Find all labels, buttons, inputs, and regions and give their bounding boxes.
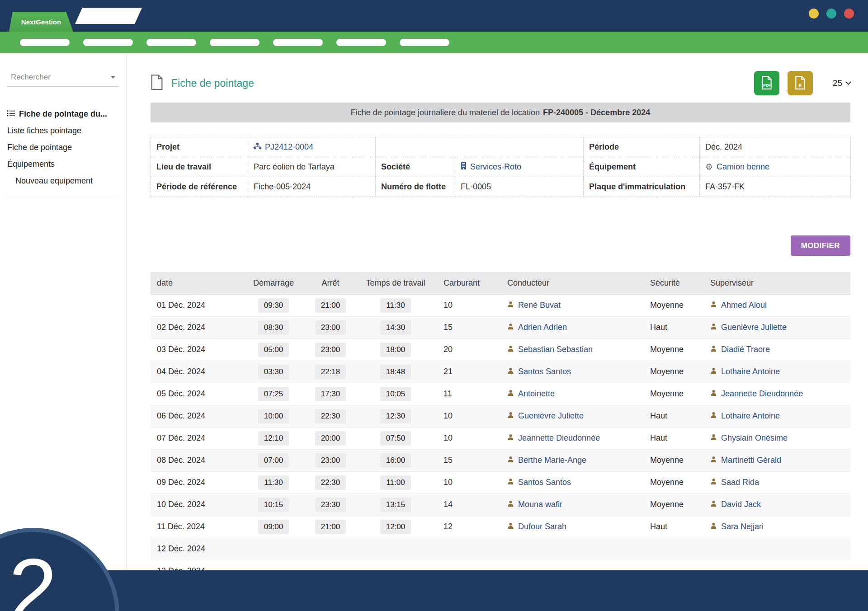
- projet-cell: PJ2412-0004: [248, 137, 376, 157]
- window-maximize-button[interactable]: [826, 9, 836, 19]
- cell-date: 03 Déc. 2024: [151, 338, 240, 361]
- nav-item-redacted[interactable]: [146, 39, 196, 46]
- sidebar-item[interactable]: Fiche de pointage du...: [0, 106, 126, 122]
- sidebar-item-label: Liste fiches pointage: [7, 126, 81, 136]
- superviseur-link[interactable]: Jeannette Dieudonnée: [721, 389, 803, 399]
- page-title: Fiche de pointage: [171, 77, 254, 89]
- column-header-securite: Sécurité: [644, 272, 704, 294]
- conducteur-link[interactable]: Jeannette Dieudonnée: [518, 433, 600, 443]
- window-minimize-button[interactable]: [809, 9, 819, 19]
- nav-item-redacted[interactable]: [400, 39, 449, 46]
- cell-securite: Moyenne: [644, 338, 704, 361]
- plaque-label: Plaque d'immatriculation: [584, 177, 700, 197]
- equipement-link[interactable]: ⚙︎ Camion benne: [705, 162, 769, 172]
- cell-securite: Haut: [644, 516, 704, 538]
- periode-value: Déc. 2024: [700, 137, 851, 157]
- cell-date: 10 Déc. 2024: [151, 494, 240, 516]
- conducteur-link[interactable]: René Buvat: [518, 301, 561, 310]
- time-badge: 23:00: [315, 320, 346, 335]
- browser-tab[interactable]: [75, 8, 142, 24]
- cell-conducteur: Jeannette Dieudonnée: [501, 427, 644, 449]
- nav-item-redacted[interactable]: [273, 39, 323, 46]
- sheet-info-table: Projet PJ2412-0004 Période Déc. 2024 Lie…: [151, 137, 851, 197]
- conducteur-link[interactable]: Dufour Sarah: [518, 522, 566, 531]
- superviseur-link[interactable]: David Jack: [721, 500, 761, 509]
- table-row: 03 Déc. 202405:0023:0018:0020Sebastian S…: [151, 338, 850, 361]
- conducteur-link[interactable]: Berthe Marie-Ange: [518, 456, 586, 465]
- time-badge: 23:00: [315, 453, 346, 468]
- superviseur-link[interactable]: Sara Nejjari: [721, 522, 764, 531]
- cell-superviseur: Saad Rida: [704, 471, 850, 494]
- list-icon: [7, 109, 15, 119]
- conducteur-link[interactable]: Santos Santos: [518, 367, 571, 376]
- search-caret-icon: [111, 76, 115, 79]
- conducteur-link[interactable]: Antoinette: [518, 389, 555, 399]
- cell-superviseur: Lothaire Antoine: [704, 405, 850, 427]
- cell-arret: 20:00: [307, 427, 354, 449]
- search-placeholder: Rechercher: [11, 73, 51, 82]
- time-badge: 11:30: [380, 298, 410, 313]
- sidebar-item[interactable]: Équipements: [0, 156, 126, 173]
- table-row: 07 Déc. 202412:1020:0007:5010Jeannette D…: [151, 427, 850, 449]
- cell-temps: [354, 538, 437, 560]
- time-badge: 10:00: [258, 409, 289, 423]
- conducteur-link[interactable]: Mouna wafir: [518, 500, 562, 509]
- time-badge: 10:15: [258, 498, 289, 512]
- superviseur-link[interactable]: Lothaire Antoine: [721, 411, 780, 421]
- superviseur-link[interactable]: Ghyslain Onésime: [721, 433, 788, 443]
- export-excel-button[interactable]: X: [788, 71, 813, 95]
- step-number: 2: [0, 545, 115, 611]
- time-badge: 12:30: [380, 409, 411, 423]
- nav-item-redacted[interactable]: [20, 39, 70, 46]
- nav-item-redacted[interactable]: [210, 39, 259, 46]
- window-close-button[interactable]: [844, 9, 854, 19]
- table-row: 10 Déc. 202410:1523:3013:1514Mouna wafir…: [151, 494, 850, 516]
- sidebar-item[interactable]: Nouveau equipement: [0, 173, 126, 189]
- sidebar-divider: [4, 196, 120, 196]
- cell-superviseur: Lothaire Antoine: [704, 361, 850, 383]
- time-badge: 22:18: [315, 365, 346, 379]
- cell-arret: 23:00: [307, 449, 354, 471]
- flotte-value: FL-0005: [455, 177, 584, 197]
- brand-tab[interactable]: NextGestion: [9, 12, 73, 32]
- superviseur-link[interactable]: Diadié Traore: [721, 345, 770, 354]
- conducteur-link[interactable]: Guenièvre Juliette: [518, 411, 584, 421]
- lieu-label: Lieu de travail: [151, 157, 248, 177]
- person-icon: [710, 345, 717, 354]
- cell-securite: Haut: [644, 427, 704, 449]
- superviseur-link[interactable]: Lothaire Antoine: [721, 367, 780, 376]
- cell-securite: Moyenne: [644, 471, 704, 494]
- cell-securite: Moyenne: [644, 383, 704, 405]
- cell-securite: Moyenne: [644, 361, 704, 383]
- conducteur-link[interactable]: Adrien Adrien: [518, 323, 567, 332]
- search-input[interactable]: Rechercher: [7, 69, 119, 87]
- nav-item-redacted[interactable]: [83, 39, 133, 46]
- brand-label: NextGestion: [21, 18, 61, 26]
- superviseur-link[interactable]: Saad Rida: [721, 478, 759, 487]
- periode-label: Période: [584, 137, 700, 157]
- cell-date: 07 Déc. 2024: [151, 427, 240, 449]
- cell-conducteur: Adrien Adrien: [501, 316, 644, 338]
- superviseur-link[interactable]: Ahmed Aloui: [721, 301, 767, 310]
- modifier-button[interactable]: MODIFIER: [791, 235, 850, 256]
- time-badge: 18:48: [380, 365, 411, 379]
- cell-demarrage: 10:15: [240, 494, 307, 516]
- person-icon: [507, 367, 514, 376]
- pointage-table-body: 01 Déc. 202409:3021:0011:3010René BuvatM…: [151, 294, 850, 582]
- page-size-select[interactable]: 25: [833, 78, 850, 88]
- equipement-label: Équipement: [584, 157, 700, 177]
- projet-link[interactable]: PJ2412-0004: [254, 142, 313, 152]
- superviseur-link[interactable]: Martinetti Gérald: [721, 456, 781, 465]
- page-size-value: 25: [833, 78, 842, 88]
- conducteur-link[interactable]: Santos Santos: [518, 478, 571, 487]
- superviseur-link[interactable]: Guenièvre Juliette: [721, 323, 787, 332]
- sidebar-item[interactable]: Liste fiches pointage: [0, 122, 126, 139]
- conducteur-link[interactable]: Sebastian Sebastian: [518, 345, 593, 354]
- export-pdf-button[interactable]: PDF: [754, 71, 779, 95]
- cell-superviseur: Ghyslain Onésime: [704, 427, 850, 449]
- societe-link[interactable]: Services-Roto: [461, 162, 521, 172]
- sidebar-item[interactable]: Fiche de pointage: [0, 139, 126, 156]
- equipement-cell: ⚙︎ Camion benne: [700, 157, 851, 177]
- nav-item-redacted[interactable]: [336, 39, 386, 46]
- time-badge: 20:00: [315, 431, 346, 446]
